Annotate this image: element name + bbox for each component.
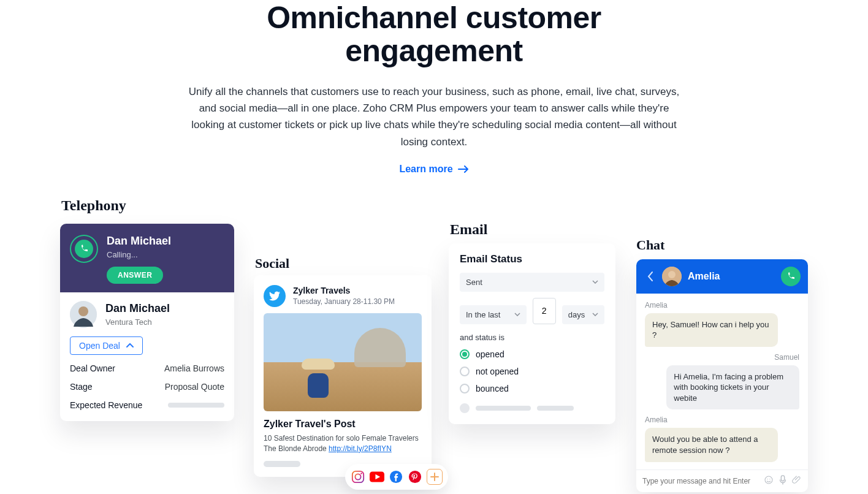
svg-point-4 bbox=[361, 473, 363, 474]
chat-label: Chat bbox=[636, 237, 664, 253]
chevron-up-icon bbox=[126, 341, 134, 351]
chat-agent-name: Amelia bbox=[688, 271, 720, 282]
svg-point-7 bbox=[409, 471, 421, 483]
svg-point-12 bbox=[769, 479, 770, 479]
chat-message-input[interactable] bbox=[642, 477, 758, 485]
stage-key: Stage bbox=[70, 382, 93, 392]
email-option-not-opened[interactable]: not opened bbox=[460, 367, 604, 376]
svg-rect-2 bbox=[352, 471, 364, 482]
email-number-input[interactable] bbox=[533, 298, 556, 324]
chat-input-row bbox=[636, 469, 808, 492]
learn-more-link[interactable]: Learn more bbox=[399, 164, 468, 175]
radio-unselected-icon bbox=[460, 367, 470, 376]
expected-revenue-key: Expected Revenue bbox=[70, 400, 142, 410]
svg-point-9 bbox=[668, 271, 676, 278]
add-channel-icon[interactable] bbox=[427, 469, 443, 485]
chat-from-amelia-2: Amelia bbox=[645, 416, 799, 424]
social-date: Tuesday, January 28-11.30 PM bbox=[293, 297, 395, 306]
social-post-title: Zylker Travel's Post bbox=[264, 419, 422, 430]
email-and-status-label: and status is bbox=[460, 333, 604, 342]
social-post-image bbox=[264, 313, 422, 411]
deal-owner-value: Amelia Burrows bbox=[164, 363, 224, 373]
svg-point-11 bbox=[767, 479, 767, 479]
deal-owner-key: Deal Owner bbox=[70, 363, 115, 373]
attach-icon[interactable] bbox=[792, 475, 802, 487]
open-deal-button[interactable]: Open Deal bbox=[70, 336, 143, 355]
chat-back-button[interactable] bbox=[644, 270, 657, 283]
social-skeleton-1 bbox=[264, 461, 300, 467]
mic-icon[interactable] bbox=[779, 475, 787, 487]
page-title: Omnichannel customer engagement bbox=[183, 1, 685, 67]
telephony-label: Telephony bbox=[61, 197, 126, 214]
phone-ring-icon bbox=[70, 235, 98, 263]
email-status-select[interactable]: Sent bbox=[460, 273, 604, 292]
svg-point-10 bbox=[765, 476, 772, 484]
email-option-opened[interactable]: opened bbox=[460, 349, 604, 359]
chat-from-samuel-1: Samuel bbox=[645, 353, 799, 362]
radio-selected-icon bbox=[460, 349, 470, 359]
social-channel-bar bbox=[345, 464, 448, 490]
answer-button[interactable]: ANSWER bbox=[107, 267, 163, 284]
email-range-select[interactable]: In the last bbox=[460, 305, 527, 324]
social-label: Social bbox=[255, 256, 289, 272]
social-post-desc: 10 Safest Destination for solo Female Tr… bbox=[264, 433, 422, 454]
chat-bubble-amelia-1: Hey, Samuel! How can i help you ? bbox=[645, 313, 778, 347]
radio-unselected-icon bbox=[460, 384, 470, 393]
email-label: Email bbox=[450, 221, 487, 238]
svg-rect-13 bbox=[781, 475, 784, 481]
arrow-right-icon bbox=[458, 165, 469, 173]
expected-revenue-skeleton bbox=[168, 403, 224, 408]
calling-status: Calling... bbox=[107, 250, 171, 259]
telephony-card: Dan Michael Calling... ANSWER Dan Michae… bbox=[60, 224, 234, 421]
bounced-label: bounced bbox=[476, 384, 509, 393]
chevron-down-icon bbox=[514, 313, 520, 316]
email-unit-select[interactable]: days bbox=[562, 305, 604, 324]
instagram-icon[interactable] bbox=[351, 469, 365, 484]
email-heading: Email Status bbox=[460, 253, 604, 265]
facebook-icon[interactable] bbox=[389, 469, 403, 484]
emoji-icon[interactable] bbox=[764, 475, 774, 487]
email-card: Email Status Sent In the last days bbox=[449, 243, 615, 424]
radio-placeholder-icon bbox=[460, 403, 470, 413]
chat-from-amelia-1: Amelia bbox=[645, 301, 799, 310]
chat-bubble-samuel-1: Hi Amelia, I'm facing a problem with boo… bbox=[666, 365, 799, 410]
social-card: Zylker Travels Tuesday, January 28-11.30… bbox=[254, 275, 432, 477]
twitter-icon bbox=[264, 285, 286, 307]
caller-name: Dan Michael bbox=[107, 235, 171, 248]
svg-point-3 bbox=[356, 474, 361, 479]
hero-paragraph: Unify all the channels that customers us… bbox=[183, 83, 685, 150]
email-status-value: Sent bbox=[466, 278, 482, 287]
social-brand: Zylker Travels bbox=[293, 286, 395, 295]
chat-call-button[interactable] bbox=[781, 267, 801, 286]
chat-card: Amelia Amelia Hey, Samuel! How can i hel… bbox=[636, 259, 808, 492]
learn-more-label: Learn more bbox=[399, 164, 452, 175]
phone-icon bbox=[75, 240, 93, 258]
email-skeleton-b bbox=[537, 406, 574, 411]
pinterest-icon[interactable] bbox=[408, 469, 422, 484]
not-opened-label: not opened bbox=[476, 367, 519, 376]
chat-header: Amelia bbox=[636, 259, 808, 294]
opened-label: opened bbox=[476, 349, 504, 359]
chevron-down-icon bbox=[592, 280, 598, 284]
email-option-bounced[interactable]: bounced bbox=[460, 384, 604, 393]
chat-bubble-amelia-2: Would you be able to attend a remote ses… bbox=[645, 428, 778, 462]
stage-value: Proposal Quote bbox=[165, 382, 224, 392]
email-unit-value: days bbox=[568, 310, 585, 319]
contact-avatar bbox=[70, 301, 97, 328]
email-skeleton-a bbox=[476, 406, 531, 411]
chevron-down-icon bbox=[592, 313, 598, 316]
social-post-link[interactable]: http://bit.ly/2P8fIYN bbox=[329, 444, 392, 453]
email-range-value: In the last bbox=[466, 310, 500, 319]
contact-name: Dan Michael bbox=[105, 302, 170, 315]
svg-point-1 bbox=[78, 306, 88, 316]
youtube-icon[interactable] bbox=[370, 469, 384, 484]
telephony-header: Dan Michael Calling... ANSWER bbox=[60, 224, 234, 292]
chat-agent-avatar bbox=[662, 267, 682, 286]
open-deal-label: Open Deal bbox=[79, 341, 120, 351]
contact-company: Ventura Tech bbox=[105, 317, 170, 327]
